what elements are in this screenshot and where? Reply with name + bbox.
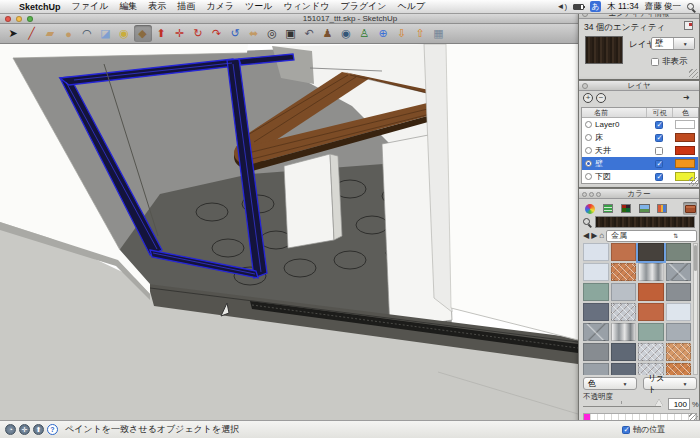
menu-item-7[interactable]: ウィンドウ <box>283 0 329 13</box>
texture-swatch-21[interactable] <box>583 343 609 361</box>
remove-layer-button[interactable]: − <box>596 93 606 103</box>
texture-swatch-15[interactable] <box>638 303 664 321</box>
texture-swatch-20[interactable] <box>666 323 692 341</box>
volume-icon[interactable]: ◄) <box>557 2 568 11</box>
color-wheel-icon[interactable] <box>583 202 597 215</box>
texture-swatch-23[interactable] <box>638 343 664 361</box>
texture-swatch-24[interactable] <box>666 343 692 361</box>
menu-item-6[interactable]: ツール <box>245 0 272 13</box>
visible-checkbox[interactable] <box>655 160 663 168</box>
previous-view-tool[interactable]: ↶ <box>300 25 318 42</box>
visible-checkbox[interactable] <box>655 134 663 142</box>
layer-row-Layer0[interactable]: Layer0 <box>582 118 698 131</box>
menu-item-3[interactable]: 表示 <box>148 0 166 13</box>
layer-name[interactable]: 床 <box>595 132 646 143</box>
layer-name[interactable]: 壁 <box>595 158 646 169</box>
texture-swatch-8[interactable] <box>666 263 692 281</box>
status-toggle-icon-2[interactable]: ✛ <box>19 424 30 435</box>
layer-name[interactable]: 下図 <box>595 171 646 182</box>
layer-color-swatch[interactable] <box>675 133 695 142</box>
vcb-area[interactable]: 軸の位置 <box>622 424 665 435</box>
menu-item-9[interactable]: ヘルプ <box>398 0 426 13</box>
column-visible[interactable]: 可視 <box>646 108 672 117</box>
home-icon[interactable]: ⌂ <box>599 231 604 240</box>
current-layer-radio[interactable] <box>585 173 592 180</box>
list-mode-dropdown[interactable]: リスト ▼ <box>643 377 697 390</box>
pan-tool[interactable]: ⬌ <box>245 25 263 42</box>
visible-checkbox[interactable] <box>655 173 663 181</box>
orbit-tool[interactable]: ↺ <box>226 25 244 42</box>
vcb-checkbox[interactable] <box>622 426 630 434</box>
window-widget-dots[interactable] <box>582 192 601 197</box>
texture-swatch-12[interactable] <box>666 283 692 301</box>
zoom-extents-tool[interactable]: ▣ <box>282 25 300 42</box>
texture-swatch-13[interactable] <box>583 303 609 321</box>
layers-title-bar[interactable]: レイヤ <box>579 81 699 91</box>
tape-measure-tool[interactable]: ◉ <box>115 25 133 42</box>
spotlight-icon[interactable] <box>687 3 694 10</box>
layer-row-床[interactable]: 床 <box>582 131 698 144</box>
layer-color-swatch[interactable] <box>675 120 695 129</box>
hidden-checkbox[interactable] <box>651 58 659 66</box>
column-name[interactable]: 名前 <box>582 108 646 117</box>
menu-item-4[interactable]: 描画 <box>177 0 195 13</box>
status-toggle-icon-3[interactable]: ⬆ <box>33 424 44 435</box>
back-arrow-icon[interactable]: ◀ <box>583 231 589 240</box>
layer-color-swatch[interactable] <box>675 146 695 155</box>
visible-checkbox[interactable] <box>655 147 663 155</box>
opacity-value-field[interactable]: 100 <box>668 398 690 410</box>
colors-title-bar[interactable]: カラー <box>579 189 699 199</box>
texture-swatch-16[interactable] <box>666 303 692 321</box>
texture-swatch-10[interactable] <box>611 283 637 301</box>
texture-swatch-26[interactable] <box>611 363 637 375</box>
toggle-details-icon[interactable] <box>684 21 693 30</box>
texture-swatch-3[interactable] <box>638 243 664 261</box>
line-tool[interactable]: ╱ <box>23 25 41 42</box>
menu-clock[interactable]: 木 11:34 <box>607 1 639 13</box>
zoom-tool[interactable]: ◎ <box>263 25 281 42</box>
layer-color-swatch[interactable] <box>675 159 695 168</box>
help-icon[interactable]: ? <box>47 424 58 435</box>
arc-tool[interactable]: ◠ <box>78 25 96 42</box>
color-mode-dropdown[interactable]: 色 ▼ <box>583 377 637 390</box>
layer-options-button[interactable]: ➜ <box>683 93 694 103</box>
texture-swatch-11[interactable] <box>638 283 664 301</box>
get-models-tool[interactable]: ⇩ <box>393 25 411 42</box>
material-thumbnail[interactable] <box>585 36 623 64</box>
menu-user[interactable]: 齋藤 俊一 <box>645 1 681 13</box>
circle-tool[interactable]: ● <box>60 25 78 42</box>
forward-arrow-icon[interactable]: ▶ <box>591 231 597 240</box>
texture-swatch-22[interactable] <box>611 343 637 361</box>
layer-name[interactable]: Layer0 <box>595 120 646 129</box>
select-tool[interactable]: ➤ <box>4 25 22 42</box>
resize-grip[interactable] <box>689 177 698 186</box>
rectangle-tool[interactable]: ▰ <box>41 25 59 42</box>
layer-row-壁[interactable]: 壁 <box>582 157 698 170</box>
layer-row-下図[interactable]: 下図 <box>582 170 698 183</box>
column-color[interactable]: 色 <box>672 108 698 117</box>
current-layer-radio[interactable] <box>585 121 592 128</box>
color-sliders-icon[interactable] <box>601 202 615 215</box>
look-around-tool[interactable]: ◉ <box>337 25 355 42</box>
opacity-slider[interactable] <box>583 406 661 407</box>
texture-swatch-9[interactable] <box>583 283 609 301</box>
eraser-tool[interactable]: ◪ <box>97 25 115 42</box>
texture-swatch-2[interactable] <box>611 243 637 261</box>
add-layer-button[interactable]: + <box>583 93 593 103</box>
menu-item-2[interactable]: 編集 <box>119 0 137 13</box>
opacity-slider-handle[interactable] <box>655 399 663 406</box>
color-palette-icon[interactable] <box>619 202 633 215</box>
texture-swatch-4[interactable] <box>666 243 692 261</box>
texture-swatch-5[interactable] <box>583 263 609 281</box>
texture-swatch-14[interactable] <box>611 303 637 321</box>
texture-library-dropdown[interactable]: 金属 ⇅ <box>606 230 697 242</box>
layers-header[interactable]: 名前 可視 色 <box>582 108 698 118</box>
photo-texture-tool[interactable]: ▦ <box>430 25 448 42</box>
google-earth-tool[interactable]: ⊕ <box>374 25 392 42</box>
texture-swatch-1[interactable] <box>583 243 609 261</box>
input-method-icon[interactable]: あ <box>590 1 601 12</box>
status-toggle-icon-1[interactable]: ◔ <box>5 424 16 435</box>
menu-item-sketchup[interactable]: SketchUp <box>19 2 61 12</box>
paint-bucket-tool[interactable]: ◆ <box>134 25 152 42</box>
swatch-scrollbar[interactable] <box>693 243 698 375</box>
